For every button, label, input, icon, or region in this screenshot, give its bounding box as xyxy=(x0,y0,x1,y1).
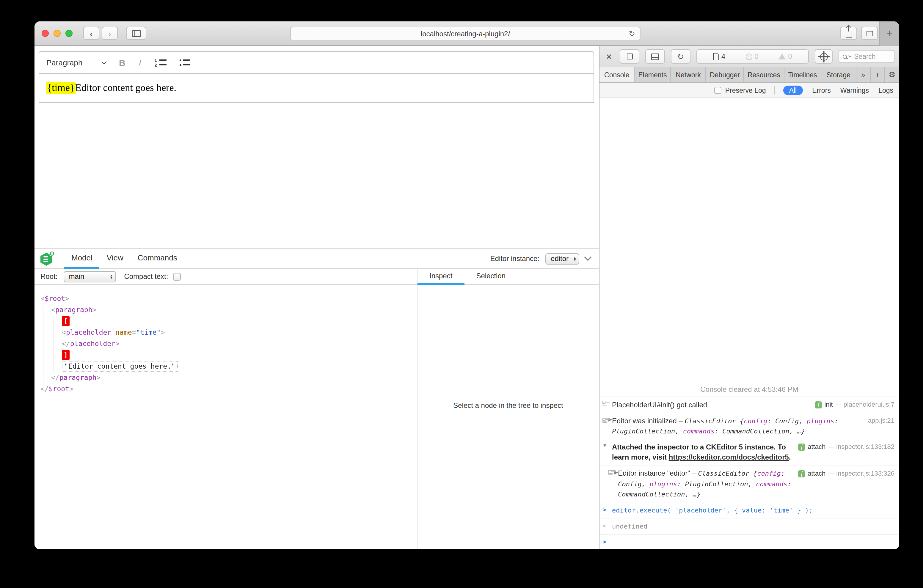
zoom-window-button[interactable] xyxy=(66,30,72,37)
pane-tab-selection[interactable]: Selection xyxy=(464,269,517,285)
console-entry[interactable]: PlaceholderUI#init() got calledfinit — p… xyxy=(599,397,899,413)
collapse-inspector-icon[interactable] xyxy=(584,253,591,261)
minimize-window-button[interactable] xyxy=(54,30,61,37)
console-entry[interactable]: <undefined xyxy=(599,519,899,534)
console-cleared-message: Console cleared at 4:53:46 PM xyxy=(599,383,899,397)
log-icon xyxy=(608,470,613,475)
tree-line[interactable]: [ xyxy=(34,316,417,327)
filter-logs[interactable]: Logs xyxy=(879,87,893,94)
close-devtools-button[interactable]: ✕ xyxy=(604,52,614,61)
detach-devtools-button[interactable] xyxy=(620,49,639,64)
reload-page-button[interactable]: ↻ xyxy=(671,49,690,64)
console-entry[interactable]: ▶Editor was initialized – ClassicEditor … xyxy=(599,413,899,440)
tree-line[interactable]: </paragraph> xyxy=(34,372,417,383)
web-inspector: ✕ ↻ 4 xyxy=(599,46,899,549)
back-button[interactable]: ‹ xyxy=(83,27,99,40)
source-location[interactable]: — inspector.js:133:326 xyxy=(828,469,895,478)
console-entry[interactable]: ▶Editor instance "editor" – ClassicEdito… xyxy=(599,466,899,503)
filter-warnings[interactable]: Warnings xyxy=(840,87,869,94)
devtools-tab-storage[interactable]: Storage xyxy=(821,67,856,82)
settings-gear-icon[interactable]: ⚙ xyxy=(885,67,899,82)
compact-text-checkbox[interactable] xyxy=(173,273,181,280)
devtools-tab-resources[interactable]: Resources xyxy=(744,67,784,82)
tree-line[interactable]: "Editor content goes here." xyxy=(34,361,417,372)
devtools-tab-debugger[interactable]: Debugger xyxy=(706,67,744,82)
ckeditor-inspector: 5 ModelViewCommands Editor instance: edi… xyxy=(34,248,599,549)
tab-overview-button[interactable] xyxy=(861,27,878,40)
function-badge-icon: f xyxy=(798,470,805,477)
filter-all[interactable]: All xyxy=(783,85,803,95)
tree-line[interactable]: </placeholder> xyxy=(34,338,417,350)
tree-line[interactable]: <placeholder name="time"> xyxy=(34,327,417,338)
numbered-list-button[interactable]: 1 2 xyxy=(154,59,166,66)
editor-instance-select[interactable]: editor ▲▼ xyxy=(545,253,579,264)
console-filter-options: AllErrorsWarningsLogs xyxy=(783,85,893,95)
bold-button[interactable]: B xyxy=(119,57,125,67)
devtools-tab-console[interactable]: Console xyxy=(599,67,635,82)
share-button[interactable] xyxy=(840,27,857,40)
share-icon xyxy=(846,31,852,38)
devtools-toolbar: ✕ ↻ 4 xyxy=(599,46,899,67)
reload-icon[interactable]: ↻ xyxy=(629,29,635,38)
tree-line[interactable]: <$root> xyxy=(34,293,417,304)
console-entry-gutter: ▶ xyxy=(603,416,612,423)
resource-count[interactable]: 4 xyxy=(713,52,725,61)
editor-content[interactable]: {time} Editor content goes here. xyxy=(39,74,593,102)
inspector-tab-view[interactable]: View xyxy=(100,249,131,268)
prompt-icon: > xyxy=(603,537,606,547)
placeholder-widget[interactable]: {time} xyxy=(46,82,75,94)
source-location[interactable]: — inspector.js:133:182 xyxy=(828,443,895,452)
bulleted-list-button[interactable] xyxy=(180,59,190,66)
devtools-search[interactable] xyxy=(839,50,895,63)
disclosure-triangle-icon[interactable]: ▶ xyxy=(608,416,612,423)
error-count[interactable]: ! 0 xyxy=(746,52,758,61)
compact-text-label: Compact text: xyxy=(124,272,168,281)
add-tab-button[interactable]: + xyxy=(870,67,885,82)
console-entry-gutter: > xyxy=(603,537,612,547)
paragraph-dropdown[interactable]: Paragraph xyxy=(46,58,106,67)
devtools-tab-elements[interactable]: Elements xyxy=(635,67,671,82)
inspector-tab-commands[interactable]: Commands xyxy=(131,249,184,268)
root-select[interactable]: main ▲▼ xyxy=(63,271,116,282)
preserve-log-toggle[interactable]: Preserve Log xyxy=(714,87,766,94)
disclosure-triangle-icon[interactable]: ▼ xyxy=(603,443,607,450)
tree-line[interactable]: <paragraph> xyxy=(34,304,417,316)
element-picker-button[interactable] xyxy=(815,49,833,64)
log-icon xyxy=(603,400,607,406)
close-window-button[interactable] xyxy=(42,30,49,37)
select-arrows-icon: ▲▼ xyxy=(573,256,576,261)
more-tabs-button[interactable]: » xyxy=(856,67,870,82)
devtools-tab-timelines[interactable]: Timelines xyxy=(784,67,821,82)
sidebar-toggle-button[interactable] xyxy=(126,27,146,40)
function-name: attach xyxy=(808,469,826,478)
console-entry-gutter: ▶ xyxy=(608,468,618,476)
console-link[interactable]: https://ckeditor.com/docs/ckeditor5 xyxy=(669,453,789,462)
page-status-group[interactable]: 4 ! 0 0 xyxy=(696,49,809,64)
devtools-search-input[interactable] xyxy=(853,52,889,61)
filter-errors[interactable]: Errors xyxy=(812,87,831,94)
new-tab-button[interactable]: + xyxy=(879,21,899,46)
disclosure-triangle-icon[interactable]: ▶ xyxy=(614,469,618,476)
warning-count[interactable]: 0 xyxy=(779,52,792,61)
dock-icon xyxy=(651,53,659,60)
console-entry[interactable]: ▼Attached the inspector to a CKEditor 5 … xyxy=(599,440,899,466)
source-location[interactable]: app.js:21 xyxy=(868,416,895,426)
console-entry[interactable]: > xyxy=(599,534,899,549)
tree-line[interactable]: ] xyxy=(34,350,417,361)
italic-button[interactable]: I xyxy=(139,57,141,67)
address-bar[interactable]: localhost/creating-a-plugin2/ ↻ xyxy=(290,27,641,40)
console-entry[interactable]: >editor.execute( 'placeholder', { value:… xyxy=(599,503,899,519)
dock-side-button[interactable] xyxy=(645,49,665,64)
paragraph-dropdown-label: Paragraph xyxy=(46,58,82,67)
pane-tab-inspect[interactable]: Inspect xyxy=(417,269,464,285)
preserve-log-checkbox[interactable] xyxy=(714,87,722,94)
forward-button[interactable]: › xyxy=(102,27,118,40)
tree-line[interactable]: </$root> xyxy=(34,383,417,395)
devtools-tab-network[interactable]: Network xyxy=(671,67,706,82)
ckeditor-logo-icon: 5 xyxy=(41,251,54,266)
function-badge-icon: f xyxy=(798,444,805,451)
safari-window: ‹ › localhost/creating-a-plugin2/ ↻ + xyxy=(34,21,899,549)
inspector-tab-model[interactable]: Model xyxy=(64,249,100,268)
source-location[interactable]: — placeholderui.js:7 xyxy=(835,400,895,410)
web-page: Paragraph B I 1 2 xyxy=(34,46,599,549)
